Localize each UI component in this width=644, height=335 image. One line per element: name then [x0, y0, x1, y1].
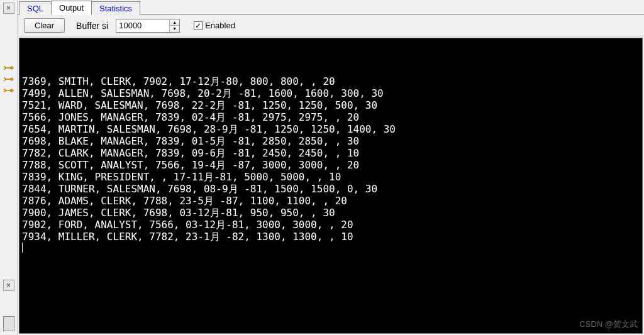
pin-icon-2[interactable] — [2, 74, 16, 85]
output-line: 7654, MARTIN, SALESMAN, 7698, 28-9月 -81,… — [22, 123, 640, 135]
enabled-checkbox-wrap: ✓ Enabled — [194, 21, 235, 30]
content-column: SQL Output Statistics Clear Buffer si ▲ … — [18, 0, 644, 335]
text-cursor — [22, 243, 23, 253]
output-line: 7782, CLARK, MANAGER, 7839, 09-6月 -81, 2… — [22, 147, 640, 159]
output-line: 7369, SMITH, CLERK, 7902, 17-12月-80, 800… — [22, 75, 640, 87]
tab-statistics[interactable]: Statistics — [91, 1, 140, 15]
output-line: 7499, ALLEN, SALESMAN, 7698, 20-2月 -81, … — [22, 87, 640, 99]
buffer-size-input[interactable] — [116, 19, 169, 32]
buffer-size-spinbox[interactable]: ▲ ▼ — [116, 19, 180, 33]
output-line: 7900, JAMES, CLERK, 7698, 03-12月-81, 950… — [22, 207, 640, 219]
main-container: × × SQL Output Statistics Clear Buffer s… — [0, 0, 644, 335]
left-gutter: × × — [0, 0, 18, 335]
panel-close-top-button[interactable]: × — [3, 3, 14, 14]
tab-sql[interactable]: SQL — [19, 1, 52, 15]
tab-bar: SQL Output Statistics — [18, 0, 644, 15]
output-line: 7876, ADAMS, CLERK, 7788, 23-5月 -87, 110… — [22, 195, 640, 207]
enabled-checkbox[interactable]: ✓ — [194, 21, 203, 30]
buffer-size-label: Buffer si — [76, 21, 108, 31]
pin-icon-3[interactable] — [2, 85, 16, 97]
spin-down-button[interactable]: ▼ — [170, 26, 179, 32]
output-line: 7566, JONES, MANAGER, 7839, 02-4月 -81, 2… — [22, 111, 640, 123]
output-line: 7902, FORD, ANALYST, 7566, 03-12月-81, 30… — [22, 219, 640, 231]
enabled-label: Enabled — [205, 21, 235, 30]
output-line: 7839, KING, PRESIDENT, , 17-11月-81, 5000… — [22, 171, 640, 183]
panel-drag-handle[interactable] — [3, 316, 14, 331]
output-line: 7934, MILLER, CLERK, 7782, 23-1月 -82, 13… — [22, 231, 640, 243]
pin-icon-1[interactable] — [2, 63, 16, 74]
spin-buttons: ▲ ▼ — [169, 19, 179, 32]
tab-output[interactable]: Output — [51, 1, 92, 15]
output-console[interactable]: 7369, SMITH, CLERK, 7902, 17-12月-80, 800… — [19, 38, 643, 334]
output-line: 7521, WARD, SALESMAN, 7698, 22-2月 -81, 1… — [22, 99, 640, 111]
panel-close-bottom-button[interactable]: × — [3, 280, 14, 291]
clear-button[interactable]: Clear — [24, 18, 65, 33]
spin-up-button[interactable]: ▲ — [170, 19, 179, 26]
output-line: 7698, BLAKE, MANAGER, 7839, 01-5月 -81, 2… — [22, 135, 640, 147]
output-toolbar: Clear Buffer si ▲ ▼ ✓ Enabled — [18, 15, 644, 36]
output-line: 7788, SCOTT, ANALYST, 7566, 19-4月 -87, 3… — [22, 159, 640, 171]
output-line: 7844, TURNER, SALESMAN, 7698, 08-9月 -81,… — [22, 183, 640, 195]
